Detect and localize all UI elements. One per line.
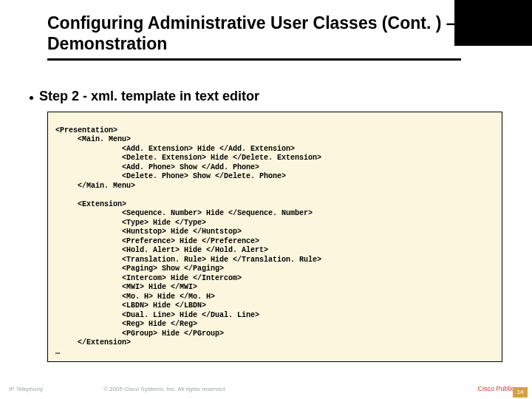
code-line: <PGroup> Hide </PGroup> [55,330,224,338]
code-line: <Extension> [55,200,126,208]
code-line: <Translation. Rule> Hide </Translation. … [55,256,321,264]
title-area: Configuring Administrative User Classes … [0,0,532,68]
code-line: <LBDN> Hide </LBDN> [55,301,206,310]
code-line: <Paging> Show </Paging> [55,265,224,273]
title-underline [47,58,461,61]
code-line: <Presentation> [55,126,117,134]
code-line: … [55,348,60,356]
xml-code-box: <Presentation> <Main. Menu> <Add. Extens… [47,112,502,362]
footer-copyright: © 2005 Cisco Systems, Inc. All rights re… [103,386,477,392]
slide-number: 14 [513,387,528,398]
bullet-icon [30,96,33,100]
code-line: <Reg> Hide </Reg> [55,320,197,328]
code-line: <Huntstop> Hide </Huntstop> [55,228,242,236]
step-heading: Step 2 - xml. template in text editor [39,89,259,104]
footer-left: IP Telephony [0,386,103,392]
code-line: <Main. Menu> [55,135,131,143]
code-line: <Dual. Line> Hide </Dual. Line> [55,311,259,319]
code-line: <Delete. Phone> Show </Delete. Phone> [55,172,286,180]
code-line: <Preference> Hide </Preference> [55,237,259,245]
code-line: </Main. Menu> [55,182,135,190]
code-line: <Type> Hide </Type> [55,219,206,227]
code-line: <Hold. Alert> Hide </Hold. Alert> [55,246,268,254]
step-bullet-row: Step 2 - xml. template in text editor [0,68,532,110]
code-line: <Sequence. Number> Hide </Sequence. Numb… [55,209,313,217]
code-line: </Extension> [55,338,131,347]
footer: IP Telephony © 2005 Cisco Systems, Inc. … [0,383,532,395]
code-line: <Intercom> Hide </Intercom> [55,274,242,282]
code-line: <Mo. H> Hide </Mo. H> [55,293,215,301]
code-line: <Add. Phone> Show </Add. Phone> [55,163,259,171]
code-line: <Delete. Extension> Hide </Delete. Exten… [55,154,321,162]
slide-title: Configuring Administrative User Classes … [47,13,502,54]
code-line: <MWI> Hide </MWI> [55,283,197,291]
code-line: <Add. Extension> Hide </Add. Extension> [55,145,295,153]
